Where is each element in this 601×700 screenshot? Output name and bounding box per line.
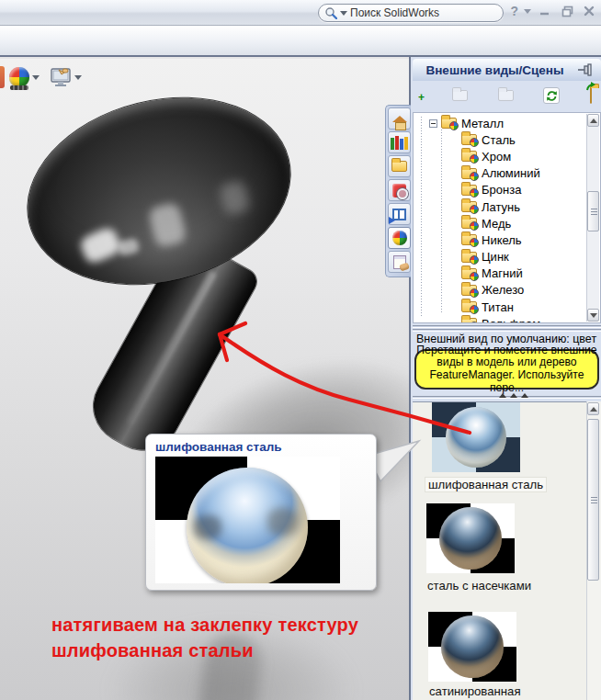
scene-dropdown-icon[interactable] (74, 75, 82, 80)
folder-ball-icon (461, 185, 477, 196)
folder-ball-icon (461, 285, 477, 296)
tab-appearances-scenes[interactable] (388, 227, 411, 249)
folder-ball-icon (461, 168, 477, 179)
thumbnail-label[interactable]: сталь с насечками (427, 579, 531, 593)
reflection-highlight (117, 238, 140, 257)
panel-header: Внешние виды/Сцены (413, 59, 601, 81)
folder-ball-icon (461, 134, 477, 145)
scroll-thumb[interactable] (587, 191, 599, 231)
thumbnail-label[interactable]: сатинированная (429, 684, 521, 698)
tab-file-explorer[interactable] (388, 155, 411, 177)
appearances-panel: Внешние виды/Сцены + (409, 57, 601, 700)
apply-scene-button[interactable] (50, 62, 82, 92)
restore-button[interactable] (559, 3, 575, 19)
open-folder-button[interactable] (452, 90, 468, 101)
tree-node[interactable]: Сталь (414, 131, 586, 148)
edit-appearance-button[interactable] (9, 62, 40, 92)
appearance-dropdown-icon[interactable] (32, 75, 40, 80)
material-preview-image (155, 457, 340, 583)
thumbnail-knurled-steel[interactable] (426, 503, 515, 573)
thumbnail-satin[interactable] (428, 612, 516, 682)
refresh-icon (546, 90, 558, 102)
tab-search-results[interactable] (388, 179, 411, 201)
tab-custom-properties[interactable] (388, 251, 411, 273)
tree-node[interactable]: Медь (414, 215, 586, 231)
popup-title: шлифованная сталь (155, 440, 376, 454)
arrow-up-icon (585, 81, 596, 92)
tree-node[interactable]: Хром (414, 148, 586, 164)
reflection-highlight (218, 179, 250, 216)
drag-drop-hint: Перетащите и поместите внешние виды в мо… (414, 349, 599, 390)
design-library-icon (391, 136, 408, 150)
menu-bar (0, 26, 601, 57)
folder-ball-icon (461, 252, 477, 263)
panel-title: Внешние виды/Сцены (413, 63, 577, 77)
tree-node[interactable]: Латунь (414, 198, 586, 215)
appearances-icon (392, 231, 407, 245)
search-input[interactable]: Поиск SolidWorks (318, 4, 504, 22)
search-icon (324, 6, 337, 19)
home-icon (392, 116, 407, 122)
help-dropdown-icon[interactable] (524, 9, 531, 14)
monitor-hand-icon (50, 67, 72, 87)
help-button[interactable]: ? (510, 4, 518, 18)
solidworks-window: Поиск SolidWorks ? (0, 0, 601, 700)
scroll-up-icon[interactable] (587, 114, 599, 127)
open-folder-button[interactable] (498, 90, 514, 101)
reflection-highlight (78, 226, 123, 266)
folder-ball-icon (461, 218, 477, 229)
scroll-up-icon[interactable] (587, 402, 599, 415)
folder-ball-icon (461, 318, 477, 323)
material-preview-popup: шлифованная сталь (145, 434, 377, 591)
tree-node[interactable]: Вольфрам (414, 315, 586, 323)
thumbnails-area: шлифованная сталь сталь с насечками сати… (413, 401, 588, 700)
panel-splitter[interactable] (413, 325, 601, 328)
thumbnail-polished-steel[interactable] (432, 402, 520, 472)
tree-node[interactable]: Титан (414, 299, 586, 315)
tree-node[interactable]: Алюминий (414, 165, 586, 182)
refresh-button[interactable] (543, 87, 560, 104)
annotation-text: натягиваем на заклепку текстуру шлифован… (51, 612, 358, 663)
task-pane-tabstrip (385, 105, 411, 277)
panel-splitter[interactable] (413, 329, 601, 332)
collapse-icon[interactable] (429, 119, 437, 128)
tab-view-palette[interactable] (388, 203, 411, 225)
appearance-ball-icon (9, 67, 29, 87)
search-scope-dropdown-icon[interactable] (340, 11, 347, 16)
folder-icon (391, 161, 407, 172)
pin-icon[interactable] (577, 63, 597, 76)
thumbnails-scrollbar[interactable] (586, 401, 601, 700)
rivet-head[interactable] (8, 72, 311, 310)
tree-node[interactable]: Магний (414, 265, 586, 282)
tab-home[interactable] (388, 107, 411, 130)
folder-ball-icon (461, 234, 477, 245)
scroll-down-icon[interactable] (587, 309, 599, 322)
export-folder-button[interactable] (590, 87, 592, 104)
title-bar: Поиск SolidWorks ? (0, 0, 601, 26)
custom-properties-icon (393, 255, 406, 269)
search-cube-icon (392, 184, 406, 198)
tree-scrollbar[interactable] (586, 114, 599, 322)
panel-toolbar: + (413, 83, 601, 108)
toolbar-overflow-icon[interactable] (0, 66, 5, 88)
minimize-button[interactable] (537, 3, 553, 19)
folder-ball-icon (461, 268, 477, 279)
scroll-thumb[interactable] (587, 419, 599, 581)
tree-node[interactable]: Цинк (414, 249, 586, 265)
folder-ball-icon (461, 301, 477, 312)
tree-node[interactable]: Никель (414, 231, 586, 248)
folder-ball-icon (461, 151, 477, 162)
reflection-highlight (147, 201, 187, 248)
material-sphere (187, 468, 308, 583)
folder-ball-icon (441, 118, 457, 129)
folder-ball-icon (461, 201, 477, 212)
tree-node[interactable]: Железо (414, 282, 586, 299)
tree-node-metal[interactable]: Металл (414, 115, 586, 131)
materials-tree: Металл Сталь Хром Алюминий Бронза Латунь… (413, 112, 601, 323)
thumbnail-label[interactable]: шлифованная сталь (425, 477, 547, 492)
tab-design-library[interactable] (388, 131, 411, 153)
close-icon[interactable] (581, 3, 597, 19)
tree-node[interactable]: Бронза (414, 182, 586, 198)
view-palette-icon (392, 209, 406, 220)
splitter-handle-icon[interactable] (499, 393, 528, 398)
